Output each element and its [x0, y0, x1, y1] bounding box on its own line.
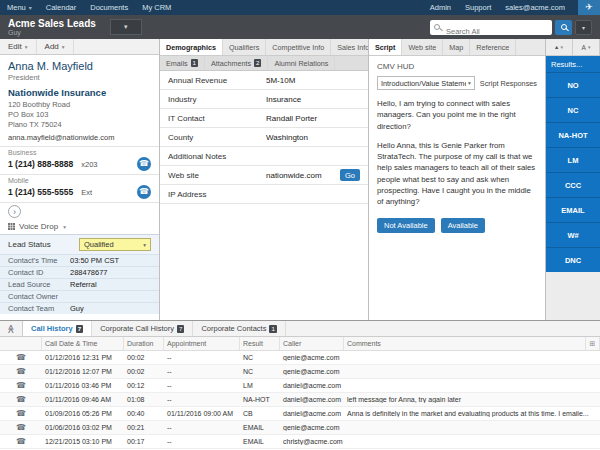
tab-web-site[interactable]: Web site [402, 39, 443, 55]
result-wnum-button[interactable]: W# [546, 222, 600, 247]
field-label: Annual Revenue [168, 76, 266, 85]
column-result[interactable]: Result [240, 337, 280, 350]
column-caller[interactable]: Caller [280, 337, 344, 350]
call-icon[interactable]: ☎ [16, 438, 26, 446]
edit-button[interactable]: Edit▾ [0, 39, 37, 54]
tab-map[interactable]: Map [443, 39, 470, 55]
nav-documents[interactable]: Documents [83, 0, 135, 15]
table-row[interactable]: ☎ 01/11/2016 03:46 PM 00:12 -- LM daniel… [0, 379, 600, 393]
available-button[interactable]: Available [441, 218, 485, 233]
tab-attachments[interactable]: Attachments2 [205, 56, 268, 70]
info-row: Contact ID288478677 [0, 266, 159, 278]
table-row[interactable]: ☎ 01/09/2016 05:26 PM 00:40 01/11/2016 0… [0, 407, 600, 421]
result-no-button[interactable]: NO [546, 72, 600, 97]
business-phone-number: 1 (214) 888-8888 [8, 159, 73, 169]
tab-label: Corporate Call History [100, 324, 174, 333]
crm-app: Menu▾ Calendar Documents My CRM Admin Su… [0, 0, 600, 450]
result-nc-button[interactable]: NC [546, 97, 600, 122]
nav-my-crm[interactable]: My CRM [135, 0, 178, 15]
not-available-button[interactable]: Not Available [377, 218, 435, 233]
result-email-button[interactable]: EMAIL [546, 197, 600, 222]
nav-admin[interactable]: Admin [423, 0, 458, 15]
airplane-icon: ✈ [585, 3, 593, 12]
expander-row: › [0, 202, 159, 220]
tab-reference[interactable]: Reference [470, 39, 516, 55]
tab-script[interactable]: Script [369, 39, 402, 55]
info-label: Contact Team [8, 304, 70, 313]
tab-demographics[interactable]: Demographics [160, 39, 223, 55]
add-label: Add [45, 42, 59, 51]
nav-support[interactable]: Support [458, 0, 498, 15]
caret-down-icon: ▾ [29, 4, 32, 11]
search-button[interactable] [555, 20, 572, 35]
collapse-column-button[interactable]: ▴▾ [546, 39, 573, 55]
column-call-icon [0, 337, 42, 350]
send-button[interactable]: ✈ [578, 0, 600, 15]
column-duration[interactable]: Duration [124, 337, 164, 350]
script-responses-link[interactable]: Script Responses [480, 79, 537, 88]
add-button[interactable]: Add▾ [37, 39, 74, 54]
tab-emails[interactable]: Emails1 [160, 56, 205, 70]
info-row: Contact TeamGuy [0, 302, 159, 314]
tab-alumni-relations[interactable]: Alumni Relations [268, 56, 335, 70]
call-icon[interactable]: ☎ [16, 354, 26, 362]
cell-datetime: 01/12/2016 12:07 PM [42, 368, 124, 375]
nav-calendar[interactable]: Calendar [39, 0, 83, 15]
script-tabbar: Script Web site Map Reference [369, 39, 545, 56]
lead-status-select[interactable]: Qualified ▾ [79, 238, 151, 251]
column-appointment[interactable]: Appointment [164, 337, 240, 350]
title-wrap: Acme Sales Leads Guy [8, 18, 96, 37]
mobile-phone-label: Mobile [8, 177, 151, 184]
call-history-tabbar: ≪ Call History7 Corporate Call History7 … [0, 321, 600, 337]
table-row[interactable]: ☎ 01/12/2016 12:07 PM 00:02 -- NC genie@… [0, 365, 600, 379]
account-email[interactable]: sales@acme.com [498, 0, 572, 15]
call-icon[interactable]: ☎ [16, 424, 26, 432]
column-comments[interactable]: Comments [344, 337, 586, 350]
font-size-dropdown[interactable]: A▾ [573, 39, 600, 55]
tab-qualifiers[interactable]: Qualifiers [223, 39, 266, 55]
field-web-site: Web sitenationwide.comGo [160, 166, 368, 185]
call-icon[interactable]: ☎ [16, 396, 26, 404]
lead-status-value: Qualified [84, 240, 114, 249]
call-icon[interactable]: ☎ [16, 382, 26, 390]
call-business-button[interactable]: ☎ [137, 157, 151, 171]
table-row[interactable]: ☎ 01/12/2016 12:31 PM 00:02 -- NC genie@… [0, 351, 600, 365]
cell-caller: genie@acme.com [280, 424, 344, 431]
result-dnc-button[interactable]: DNC [546, 247, 600, 272]
tab-call-history[interactable]: Call History7 [22, 321, 92, 336]
column-date[interactable]: Call Date & Time [42, 337, 124, 350]
expand-arrow-button[interactable]: › [8, 205, 21, 218]
result-ccc-button[interactable]: CCC [546, 172, 600, 197]
field-value: Randall Porter [266, 114, 360, 123]
grid-icon[interactable]: ⊞ [586, 337, 600, 350]
table-header: Call Date & Time Duration Appointment Re… [0, 337, 600, 351]
list-navigation-dropdown[interactable]: ▾ [110, 19, 142, 35]
table-row[interactable]: ☎ 01/06/2016 03:02 PM 00:21 -- EMAIL gen… [0, 421, 600, 435]
script-section-select[interactable]: Introduction/Value Statemer ▾ [377, 76, 475, 90]
voice-drop-dropdown[interactable]: Voice Drop ▾ [0, 220, 159, 234]
tab-sales-info[interactable]: Sales Info [331, 39, 369, 55]
table-row[interactable]: ☎ 12/21/2015 03:10 PM 00:17 -- EMAIL chr… [0, 435, 600, 449]
info-value: 03:50 PM CST [70, 256, 119, 265]
result-na-hot-button[interactable]: NA-HOT [546, 122, 600, 147]
collapse-panel-icon[interactable]: ≪ [0, 321, 22, 336]
call-mobile-button[interactable]: ☎ [137, 185, 151, 199]
contact-address-line1: 120 Boothby Road [8, 100, 151, 110]
call-icon[interactable]: ☎ [16, 368, 26, 376]
tab-corporate-contacts[interactable]: Corporate Contacts1 [193, 321, 286, 336]
results-header-button[interactable]: Results... [546, 56, 600, 72]
call-icon[interactable]: ☎ [16, 410, 26, 418]
go-button[interactable]: Go [340, 169, 360, 181]
result-lm-button[interactable]: LM [546, 147, 600, 172]
tab-corporate-call-history[interactable]: Corporate Call History7 [92, 321, 193, 336]
search-options-dropdown[interactable]: ▾ [575, 20, 592, 35]
table-row[interactable]: ☎ 01/11/2016 09:46 AM 01:08 -- NA-HOT da… [0, 393, 600, 407]
caret-down-icon: ▾ [560, 44, 563, 50]
search-input[interactable] [430, 24, 552, 39]
page-subtitle: Guy [8, 29, 96, 37]
cell-caller: genie@acme.com [280, 354, 344, 361]
contact-email-link[interactable]: anna.mayfield@nationwide.com [8, 133, 151, 142]
info-label: Contact Owner [8, 292, 70, 301]
tab-competitive-info[interactable]: Competitive Info [266, 39, 331, 55]
menu-button[interactable]: Menu▾ [0, 0, 39, 15]
